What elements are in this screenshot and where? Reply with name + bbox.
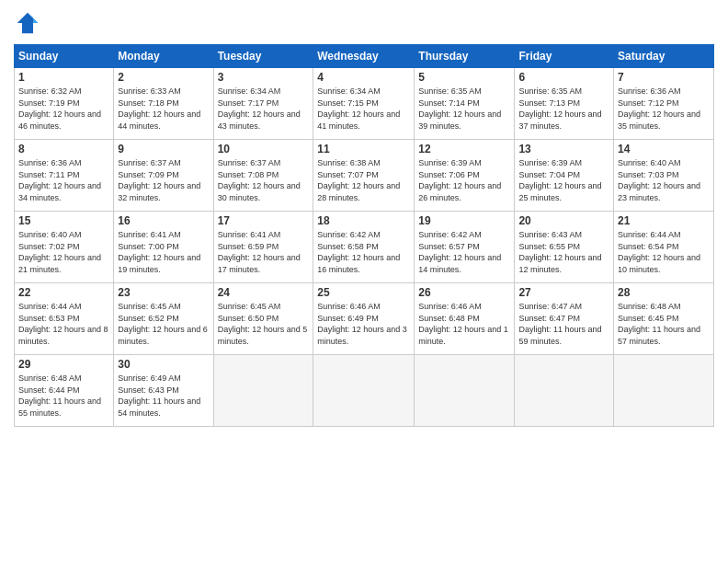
day-cell: 3Sunrise: 6:34 AMSunset: 7:17 PMDaylight…	[213, 68, 313, 140]
day-number: 29	[18, 358, 109, 371]
day-cell: 20Sunrise: 6:43 AMSunset: 6:55 PMDayligh…	[515, 212, 614, 283]
day-info: Sunrise: 6:46 AMSunset: 6:48 PMDaylight:…	[418, 301, 510, 347]
day-cell: 7Sunrise: 6:36 AMSunset: 7:12 PMDaylight…	[614, 68, 714, 140]
day-number: 23	[118, 286, 209, 299]
page: Sunday Monday Tuesday Wednesday Thursday…	[0, 0, 728, 563]
day-cell: 6Sunrise: 6:35 AMSunset: 7:13 PMDaylight…	[515, 68, 614, 140]
day-info: Sunrise: 6:37 AMSunset: 7:09 PMDaylight:…	[118, 157, 209, 203]
day-number: 19	[418, 214, 510, 227]
day-info: Sunrise: 6:37 AMSunset: 7:08 PMDaylight:…	[218, 157, 310, 203]
week-row-1: 1Sunrise: 6:32 AMSunset: 7:19 PMDaylight…	[15, 68, 714, 140]
col-friday: Friday	[515, 45, 614, 68]
day-cell: 10Sunrise: 6:37 AMSunset: 7:08 PMDayligh…	[213, 140, 313, 212]
day-number: 26	[418, 286, 510, 299]
day-info: Sunrise: 6:36 AMSunset: 7:12 PMDaylight:…	[618, 86, 710, 132]
day-number: 5	[418, 71, 510, 84]
day-info: Sunrise: 6:44 AMSunset: 6:54 PMDaylight:…	[618, 229, 710, 275]
day-cell: 18Sunrise: 6:42 AMSunset: 6:58 PMDayligh…	[313, 212, 415, 283]
day-info: Sunrise: 6:44 AMSunset: 6:53 PMDaylight:…	[18, 301, 109, 347]
day-info: Sunrise: 6:40 AMSunset: 7:02 PMDaylight:…	[18, 229, 109, 275]
day-cell: 13Sunrise: 6:39 AMSunset: 7:04 PMDayligh…	[515, 140, 614, 212]
week-row-4: 22Sunrise: 6:44 AMSunset: 6:53 PMDayligh…	[15, 283, 714, 355]
day-info: Sunrise: 6:35 AMSunset: 7:14 PMDaylight:…	[418, 86, 510, 132]
calendar-table: Sunday Monday Tuesday Wednesday Thursday…	[14, 44, 714, 427]
day-cell	[614, 355, 714, 427]
day-cell: 16Sunrise: 6:41 AMSunset: 7:00 PMDayligh…	[114, 212, 213, 283]
day-info: Sunrise: 6:48 AMSunset: 6:45 PMDaylight:…	[618, 301, 710, 347]
day-number: 21	[618, 214, 710, 227]
col-saturday: Saturday	[614, 45, 714, 68]
header	[14, 9, 714, 37]
day-cell: 30Sunrise: 6:49 AMSunset: 6:43 PMDayligh…	[114, 355, 213, 427]
day-cell: 11Sunrise: 6:38 AMSunset: 7:07 PMDayligh…	[313, 140, 415, 212]
day-cell: 24Sunrise: 6:45 AMSunset: 6:50 PMDayligh…	[213, 283, 313, 355]
day-number: 9	[118, 143, 209, 155]
col-monday: Monday	[114, 45, 213, 68]
logo	[14, 9, 45, 37]
day-cell: 25Sunrise: 6:46 AMSunset: 6:49 PMDayligh…	[313, 283, 415, 355]
day-info: Sunrise: 6:41 AMSunset: 6:59 PMDaylight:…	[218, 229, 310, 275]
day-info: Sunrise: 6:39 AMSunset: 7:04 PMDaylight:…	[518, 157, 609, 203]
day-number: 7	[618, 71, 710, 84]
day-number: 6	[518, 71, 609, 84]
day-cell: 22Sunrise: 6:44 AMSunset: 6:53 PMDayligh…	[15, 283, 114, 355]
day-cell: 15Sunrise: 6:40 AMSunset: 7:02 PMDayligh…	[15, 212, 114, 283]
day-cell: 29Sunrise: 6:48 AMSunset: 6:44 PMDayligh…	[15, 355, 114, 427]
day-cell: 14Sunrise: 6:40 AMSunset: 7:03 PMDayligh…	[614, 140, 714, 212]
day-cell	[213, 355, 313, 427]
day-info: Sunrise: 6:33 AMSunset: 7:18 PMDaylight:…	[118, 86, 209, 132]
day-cell: 17Sunrise: 6:41 AMSunset: 6:59 PMDayligh…	[213, 212, 313, 283]
day-number: 27	[518, 286, 609, 299]
day-cell: 27Sunrise: 6:47 AMSunset: 6:47 PMDayligh…	[515, 283, 614, 355]
day-number: 2	[118, 71, 209, 84]
day-cell: 28Sunrise: 6:48 AMSunset: 6:45 PMDayligh…	[614, 283, 714, 355]
day-info: Sunrise: 6:39 AMSunset: 7:06 PMDaylight:…	[418, 157, 510, 203]
day-cell: 1Sunrise: 6:32 AMSunset: 7:19 PMDaylight…	[15, 68, 114, 140]
logo-icon	[14, 9, 41, 37]
day-info: Sunrise: 6:41 AMSunset: 7:00 PMDaylight:…	[118, 229, 209, 275]
day-number: 10	[218, 143, 310, 155]
day-info: Sunrise: 6:32 AMSunset: 7:19 PMDaylight:…	[18, 86, 109, 132]
day-info: Sunrise: 6:34 AMSunset: 7:15 PMDaylight:…	[317, 86, 410, 132]
day-cell: 19Sunrise: 6:42 AMSunset: 6:57 PMDayligh…	[415, 212, 515, 283]
day-cell: 21Sunrise: 6:44 AMSunset: 6:54 PMDayligh…	[614, 212, 714, 283]
day-number: 17	[218, 214, 310, 227]
day-info: Sunrise: 6:46 AMSunset: 6:49 PMDaylight:…	[317, 301, 410, 347]
col-thursday: Thursday	[415, 45, 515, 68]
day-number: 8	[18, 143, 109, 155]
day-info: Sunrise: 6:35 AMSunset: 7:13 PMDaylight:…	[518, 86, 609, 132]
day-number: 4	[317, 71, 410, 84]
day-info: Sunrise: 6:49 AMSunset: 6:43 PMDaylight:…	[118, 373, 209, 419]
day-info: Sunrise: 6:36 AMSunset: 7:11 PMDaylight:…	[18, 157, 109, 203]
day-number: 15	[18, 214, 109, 227]
day-info: Sunrise: 6:38 AMSunset: 7:07 PMDaylight:…	[317, 157, 410, 203]
col-wednesday: Wednesday	[313, 45, 415, 68]
week-row-2: 8Sunrise: 6:36 AMSunset: 7:11 PMDaylight…	[15, 140, 714, 212]
day-number: 14	[618, 143, 710, 155]
day-number: 20	[518, 214, 609, 227]
day-info: Sunrise: 6:42 AMSunset: 6:57 PMDaylight:…	[418, 229, 510, 275]
day-number: 25	[317, 286, 410, 299]
day-info: Sunrise: 6:45 AMSunset: 6:50 PMDaylight:…	[218, 301, 310, 347]
header-row: Sunday Monday Tuesday Wednesday Thursday…	[15, 45, 714, 68]
day-number: 30	[118, 358, 209, 371]
day-number: 28	[618, 286, 710, 299]
day-info: Sunrise: 6:42 AMSunset: 6:58 PMDaylight:…	[317, 229, 410, 275]
day-number: 12	[418, 143, 510, 155]
day-cell: 26Sunrise: 6:46 AMSunset: 6:48 PMDayligh…	[415, 283, 515, 355]
day-cell: 9Sunrise: 6:37 AMSunset: 7:09 PMDaylight…	[114, 140, 213, 212]
day-number: 13	[518, 143, 609, 155]
day-info: Sunrise: 6:34 AMSunset: 7:17 PMDaylight:…	[218, 86, 310, 132]
col-sunday: Sunday	[15, 45, 114, 68]
day-number: 3	[218, 71, 310, 84]
day-info: Sunrise: 6:43 AMSunset: 6:55 PMDaylight:…	[518, 229, 609, 275]
day-cell: 8Sunrise: 6:36 AMSunset: 7:11 PMDaylight…	[15, 140, 114, 212]
day-cell	[313, 355, 415, 427]
week-row-3: 15Sunrise: 6:40 AMSunset: 7:02 PMDayligh…	[15, 212, 714, 283]
day-cell: 23Sunrise: 6:45 AMSunset: 6:52 PMDayligh…	[114, 283, 213, 355]
day-cell	[415, 355, 515, 427]
day-number: 11	[317, 143, 410, 155]
day-cell: 5Sunrise: 6:35 AMSunset: 7:14 PMDaylight…	[415, 68, 515, 140]
day-info: Sunrise: 6:47 AMSunset: 6:47 PMDaylight:…	[518, 301, 609, 347]
day-cell: 12Sunrise: 6:39 AMSunset: 7:06 PMDayligh…	[415, 140, 515, 212]
